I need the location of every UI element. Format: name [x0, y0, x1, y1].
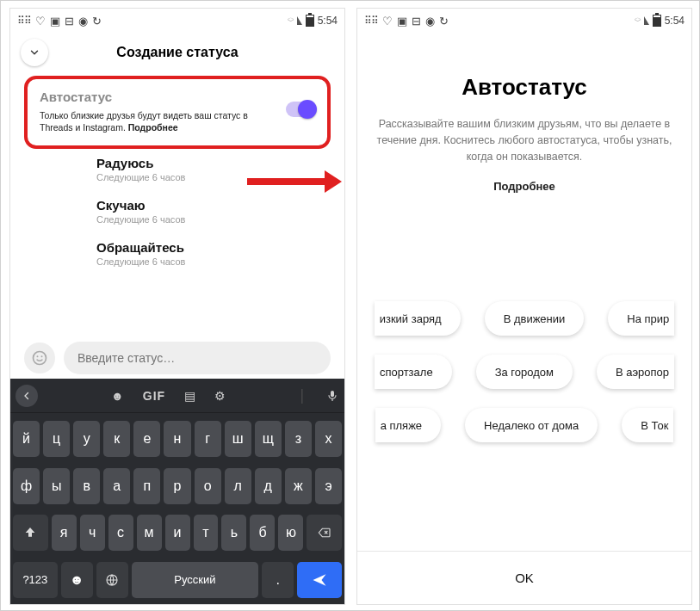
key-ю[interactable]: ю — [278, 515, 303, 551]
tv-icon: ⊟ — [65, 15, 74, 28]
shazam-icon: ◉ — [78, 15, 88, 28]
status-input-row — [10, 337, 344, 379]
key-л[interactable]: л — [225, 468, 251, 504]
shift-icon — [23, 526, 37, 540]
status-right-icons: ⌔ 5:54 — [288, 15, 338, 27]
key-з[interactable]: з — [285, 421, 312, 457]
status-chip[interactable]: спортзале — [375, 355, 452, 389]
period-key[interactable]: . — [262, 562, 294, 598]
autostatus-chips: изкий заряд В движении На прир спортзале… — [357, 301, 691, 442]
key-ш[interactable]: ш — [225, 421, 251, 457]
key-я[interactable]: я — [52, 515, 77, 551]
gif-button[interactable]: GIF — [143, 389, 165, 403]
clipboard-icon[interactable]: ▤ — [184, 389, 195, 403]
autostatus-toggle[interactable] — [286, 102, 315, 117]
bottom-bar: OK — [357, 551, 691, 604]
key-с[interactable]: с — [108, 515, 133, 551]
status-item-title: Обращайтесь — [96, 240, 344, 255]
symbols-key[interactable]: ?123 — [13, 562, 58, 598]
keyboard-row-2: фывапролджэ — [13, 468, 342, 504]
status-right-icons: ⌔ 5:54 — [635, 15, 685, 27]
emoji-key[interactable]: ☻ — [61, 562, 93, 598]
status-left-icons: ⠿⠿ ♡ ▣ ⊟ ◉ ↻ — [17, 15, 102, 28]
heart-icon: ♡ — [382, 15, 393, 28]
key-п[interactable]: п — [133, 468, 160, 504]
autostatus-learn-more[interactable]: Подробнее — [128, 122, 178, 133]
key-и[interactable]: и — [165, 515, 190, 551]
space-key[interactable]: Русский — [132, 562, 259, 598]
key-ч[interactable]: ч — [80, 515, 105, 551]
intro-title: Автостатус — [376, 74, 672, 101]
status-chip[interactable]: а пляже — [375, 408, 441, 442]
keyboard-collapse-button[interactable] — [15, 385, 38, 407]
backspace-icon — [316, 526, 333, 540]
status-chip[interactable]: На прир — [608, 301, 674, 336]
globe-icon — [104, 572, 120, 588]
send-key[interactable] — [297, 562, 342, 598]
autostatus-intro: Автостатус Рассказывайте вашим близким д… — [357, 33, 691, 193]
keyboard-row-4: ?123 ☻ Русский . — [13, 562, 342, 598]
key-м[interactable]: м — [137, 515, 162, 551]
svg-point-2 — [41, 355, 43, 357]
key-ф[interactable]: ф — [13, 468, 40, 504]
status-bar: ⠿⠿ ♡ ▣ ⊟ ◉ ↻ ⌔ 5:54 — [357, 9, 691, 33]
status-item[interactable]: Скучаю Следующие 6 часов — [96, 198, 344, 225]
key-е[interactable]: е — [133, 421, 160, 457]
status-chip[interactable]: изкий заряд — [375, 301, 461, 336]
battery-icon — [653, 15, 661, 27]
status-item[interactable]: Обращайтесь Следующие 6 часов — [96, 240, 344, 267]
key-т[interactable]: т — [194, 515, 219, 551]
heart-icon: ♡ — [35, 15, 46, 28]
chevron-left-icon — [22, 391, 32, 401]
key-г[interactable]: г — [195, 421, 221, 457]
key-х[interactable]: х — [315, 421, 342, 457]
key-щ[interactable]: щ — [255, 421, 282, 457]
key-ь[interactable]: ь — [221, 515, 246, 551]
wifi-icon: ⌔ — [288, 15, 294, 27]
key-ж[interactable]: ж — [285, 468, 312, 504]
clock-text: 5:54 — [318, 15, 338, 27]
key-б[interactable]: б — [250, 515, 275, 551]
mic-icon[interactable] — [325, 389, 339, 403]
emoji-button[interactable] — [24, 343, 55, 373]
clock-text: 5:54 — [665, 15, 685, 27]
phone-right: ⠿⠿ ♡ ▣ ⊟ ◉ ↻ ⌔ 5:54 Автостатус Рассказыв… — [356, 8, 692, 605]
status-chip[interactable]: За городом — [476, 355, 573, 389]
key-а[interactable]: а — [103, 468, 130, 504]
key-к[interactable]: к — [103, 421, 130, 457]
key-й[interactable]: й — [13, 421, 40, 457]
status-item-subtitle: Следующие 6 часов — [96, 256, 344, 267]
key-д[interactable]: д — [255, 468, 282, 504]
page-title: Создание статуса — [10, 45, 344, 60]
backspace-key[interactable] — [307, 515, 342, 551]
keyboard-rows: йцукенгшщзх фывапролджэ ячсмитьбю ?123 ☻… — [10, 413, 344, 604]
status-chip[interactable]: Недалеко от дома — [465, 408, 598, 442]
status-chip[interactable]: В аэропор — [597, 355, 674, 389]
autostatus-card[interactable]: Автостатус Только близкие друзья будут в… — [24, 76, 331, 149]
shift-key[interactable] — [13, 515, 48, 551]
status-chip[interactable]: В Ток — [622, 408, 673, 442]
sticker-icon[interactable]: ☻ — [111, 389, 124, 403]
settings-icon[interactable]: ⚙ — [214, 389, 226, 403]
key-э[interactable]: э — [315, 468, 342, 504]
key-у[interactable]: у — [73, 421, 100, 457]
sync-icon: ↻ — [439, 15, 449, 28]
status-chip[interactable]: В движении — [485, 301, 585, 336]
intro-desc: Рассказывайте вашим близким друзьям, что… — [376, 116, 672, 164]
learn-more-link[interactable]: Подробнее — [376, 180, 672, 193]
language-key[interactable] — [96, 562, 128, 598]
notification-dots-icon: ⠿⠿ — [364, 15, 378, 27]
keyboard-row-3: ячсмитьбю — [13, 515, 342, 551]
signal-icon — [297, 16, 302, 25]
collapse-button[interactable] — [21, 39, 48, 66]
status-input[interactable] — [64, 342, 331, 374]
key-ц[interactable]: ц — [43, 421, 70, 457]
key-о[interactable]: о — [195, 468, 221, 504]
key-ы[interactable]: ы — [43, 468, 70, 504]
ok-button[interactable]: OK — [515, 571, 534, 585]
status-item[interactable]: Радуюсь Следующие 6 часов — [96, 156, 344, 182]
key-р[interactable]: р — [164, 468, 190, 504]
key-н[interactable]: н — [164, 421, 190, 457]
key-в[interactable]: в — [73, 468, 100, 504]
status-left-icons: ⠿⠿ ♡ ▣ ⊟ ◉ ↻ — [364, 15, 449, 28]
